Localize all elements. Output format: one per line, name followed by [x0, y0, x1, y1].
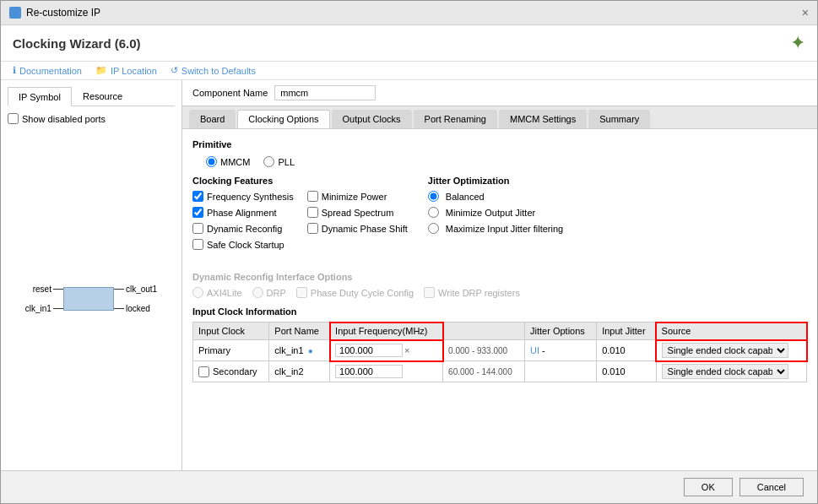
- minimize-power-item[interactable]: Minimize Power: [307, 191, 408, 202]
- tab-port-renaming[interactable]: Port Renaming: [414, 110, 497, 128]
- right-panel: Component Name Board Clocking Options Ou…: [182, 80, 817, 470]
- component-name-input[interactable]: [274, 85, 376, 100]
- switch-defaults-button[interactable]: ↺ Switch to Defaults: [171, 65, 256, 76]
- freq-synthesis-checkbox[interactable]: [192, 191, 203, 202]
- jitter-max-input-radio[interactable]: [428, 223, 439, 234]
- secondary-source-cell[interactable]: Single ended clock capable... Differenti…: [656, 361, 806, 382]
- input-clock-section: Input Clock Information Input Clock Port…: [192, 306, 807, 382]
- primary-input-clock: Primary: [193, 340, 269, 361]
- toolbar: ℹ Documentation 📁 IP Location ↺ Switch t…: [1, 62, 817, 80]
- footer: OK Cancel: [1, 470, 817, 503]
- documentation-button[interactable]: ℹ Documentation: [13, 65, 82, 76]
- window-title: Re-customize IP: [26, 7, 100, 19]
- ip-location-button[interactable]: 📁 IP Location: [95, 65, 157, 76]
- clocking-features-label: Clocking Features: [192, 176, 408, 186]
- secondary-checkbox-cell[interactable]: Secondary: [193, 361, 269, 382]
- primary-source-cell[interactable]: Single ended clock capable... Differenti…: [656, 340, 806, 361]
- ip-symbol-diagram: reset clk_in1: [25, 285, 157, 313]
- jitter-max-input-label: Maximize Input Jitter filtering: [446, 224, 563, 234]
- freq-clear-icon[interactable]: ×: [404, 345, 409, 355]
- jitter-min-output[interactable]: Minimize Output Jitter: [428, 207, 563, 218]
- primitive-pll-option[interactable]: PLL: [263, 156, 295, 167]
- jitter-balanced[interactable]: Balanced: [428, 191, 563, 202]
- phase-duty-label: Phase Duty Cycle Config: [311, 288, 414, 298]
- dynamic-phase-item[interactable]: Dynamic Phase Shift: [307, 223, 408, 234]
- secondary-checkbox[interactable]: [198, 366, 209, 377]
- write-drp-row: Write DRP registers: [424, 287, 520, 298]
- pin-locked: locked: [114, 304, 150, 313]
- ok-button[interactable]: OK: [684, 478, 733, 496]
- pin-clk-out1: clk_out1: [114, 285, 157, 294]
- drp-radio: [252, 287, 263, 298]
- phase-alignment-checkbox[interactable]: [192, 207, 203, 218]
- tab-resource[interactable]: Resource: [72, 87, 133, 106]
- col-port-name: Port Name: [269, 322, 330, 340]
- dynamic-reconfig-item[interactable]: Dynamic Reconfig: [192, 223, 294, 234]
- tab-summary[interactable]: Summary: [588, 110, 650, 128]
- drp-option: DRP: [252, 287, 286, 298]
- tab-board[interactable]: Board: [189, 110, 236, 128]
- secondary-source-select[interactable]: Single ended clock capable... Differenti…: [662, 364, 788, 379]
- freq-synthesis-item[interactable]: Frequency Synthesis: [192, 191, 294, 202]
- jitter-min-output-radio[interactable]: [428, 207, 439, 218]
- primary-port-name: clk_in1 ●: [269, 340, 330, 361]
- left-tab-row: IP Symbol Resource: [8, 87, 175, 106]
- secondary-label: Secondary: [213, 366, 257, 377]
- dynamic-reconfig-checkbox[interactable]: [192, 223, 203, 234]
- safe-clock-item[interactable]: Safe Clock Startup: [192, 239, 294, 250]
- input-clock-label: Input Clock Information: [192, 306, 807, 317]
- axi4lite-label: AXI4Lite: [207, 288, 242, 298]
- axi4lite-radio: [192, 287, 203, 298]
- left-pins: reset clk_in1: [25, 285, 63, 313]
- primitive-pll-radio[interactable]: [263, 156, 274, 167]
- cancel-button[interactable]: Cancel: [739, 478, 804, 496]
- app-header: Clocking Wizard (6.0) ✦: [1, 25, 817, 62]
- clocking-features-col2: Minimize Power Spread Spectrum Dynamic P…: [307, 191, 408, 255]
- tab-clocking-options[interactable]: Clocking Options: [237, 110, 329, 128]
- jitter-max-input[interactable]: Maximize Input Jitter filtering: [428, 223, 563, 234]
- primary-frequency-cell[interactable]: ×: [330, 340, 443, 361]
- primary-jitter-dash: -: [542, 345, 545, 355]
- show-disabled-row: Show disabled ports: [8, 113, 175, 124]
- safe-clock-checkbox[interactable]: [192, 239, 203, 250]
- app-title: Clocking Wizard (6.0): [13, 36, 141, 51]
- show-disabled-label: Show disabled ports: [22, 114, 106, 124]
- tab-mmcm-settings[interactable]: MMCM Settings: [499, 110, 587, 128]
- primary-freq-input[interactable]: [335, 344, 403, 357]
- tab-ip-symbol[interactable]: IP Symbol: [8, 87, 72, 106]
- close-button[interactable]: ×: [802, 6, 809, 19]
- pin-clk-in1: clk_in1: [25, 304, 63, 313]
- primitive-mmcm-radio[interactable]: [206, 156, 217, 167]
- primary-source-select[interactable]: Single ended clock capable... Differenti…: [662, 343, 788, 358]
- tab-output-clocks[interactable]: Output Clocks: [332, 110, 412, 128]
- secondary-checkbox-row: Secondary: [198, 366, 263, 377]
- window-icon: [9, 7, 21, 19]
- secondary-input-jitter: 0.010: [597, 361, 656, 382]
- col-input-freq: Input Frequency(MHz): [330, 322, 443, 340]
- spread-spectrum-label: Spread Spectrum: [322, 208, 394, 218]
- jitter-balanced-radio[interactable]: [428, 191, 439, 202]
- tabs-bar: Board Clocking Options Output Clocks Por…: [182, 106, 817, 129]
- primitive-mmcm-option[interactable]: MMCM: [206, 156, 250, 167]
- dynamic-reconfig-section: Dynamic Reconfig Interface Options AXI4L…: [192, 272, 807, 298]
- freq-synthesis-label: Frequency Synthesis: [207, 192, 294, 202]
- spread-spectrum-item[interactable]: Spread Spectrum: [307, 207, 408, 218]
- jitter-balanced-label: Balanced: [446, 192, 485, 202]
- show-disabled-checkbox[interactable]: [8, 113, 19, 124]
- pin-clk-in1-line: [53, 308, 63, 309]
- col-input-clock: Input Clock: [193, 322, 269, 340]
- dynamic-phase-checkbox[interactable]: [307, 223, 318, 234]
- jitter-section: Jitter Optimization Balanced Minimize Ou…: [428, 176, 563, 239]
- clocking-features-columns: Frequency Synthesis Phase Alignment Dyna…: [192, 191, 408, 255]
- write-drp-checkbox: [424, 287, 435, 298]
- spread-spectrum-checkbox[interactable]: [307, 207, 318, 218]
- axi4lite-option: AXI4Lite: [192, 287, 242, 298]
- col-source: Source: [656, 322, 806, 340]
- secondary-freq-input[interactable]: [335, 365, 403, 378]
- safe-clock-label: Safe Clock Startup: [207, 240, 284, 250]
- minimize-power-checkbox[interactable]: [307, 191, 318, 202]
- secondary-frequency-cell[interactable]: [330, 361, 443, 382]
- features-jitter-row: Clocking Features Frequency Synthesis Ph…: [192, 176, 807, 263]
- primary-jitter-link[interactable]: UI: [530, 345, 539, 355]
- phase-alignment-item[interactable]: Phase Alignment: [192, 207, 294, 218]
